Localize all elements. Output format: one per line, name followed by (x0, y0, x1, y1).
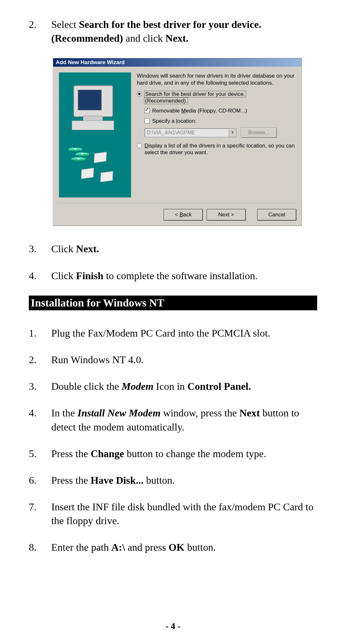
location-path-row: D:\VIA_4IN1\AGPME ▼ Browse... (144, 128, 296, 138)
wizard-dialog: Add New Hardware Wizard Windows will sea… (53, 58, 302, 226)
radio-display-list[interactable]: Display a list of all the drivers in a s… (137, 142, 296, 156)
checkbox-specify-location[interactable]: Specify a location: (144, 118, 296, 124)
radio-label-line1: Search for the best driver for your devi… (144, 91, 246, 97)
list-number: 2. (29, 18, 51, 45)
document-page: 2. Select Search for the best driver for… (0, 0, 346, 644)
radio-label: Display a list of all the drivers in a s… (144, 142, 296, 156)
computer-base-icon (72, 121, 114, 130)
list-text: Press the Have Disk... button. (51, 473, 317, 487)
list-text: Click Finish to complete the software in… (51, 269, 317, 283)
floppy-icon (100, 171, 113, 182)
list-text: Insert the INF file disk bundled with th… (51, 500, 317, 528)
radio-label: Search for the best driver for your devi… (144, 91, 246, 105)
monitor-base-icon (83, 116, 103, 121)
list-number: 2. (29, 353, 51, 367)
list-item: 4.In the Install New Modem window, press… (29, 406, 317, 434)
list-item: 5.Press the Change button to change the … (29, 447, 317, 461)
dialog-title-bar: Add New Hardware Wizard (53, 58, 301, 67)
radio-icon (137, 143, 142, 148)
list-number: 6. (29, 473, 51, 487)
floppy-icon (81, 168, 94, 179)
checkbox-removable-media[interactable]: Removable Media (Floppy, CD-ROM...) (144, 107, 296, 114)
list-item: 8.Enter the path A:\ and press OK button… (29, 540, 317, 554)
nt-steps-list: 1.Plug the Fax/Modem PC Card into the PC… (29, 326, 317, 555)
radio-label-line2: (Recommended). (144, 98, 188, 104)
list-number: 5. (29, 447, 51, 461)
wizard-illustration-panel (59, 72, 131, 197)
dialog-footer: < Back Next > Cancel (53, 204, 301, 226)
cd-icon (75, 153, 90, 156)
list-text: Press the Change button to change the mo… (51, 447, 317, 461)
section-heading: Installation for Windows NT (29, 296, 317, 310)
list-text: Enter the path A:\ and press OK button. (51, 540, 317, 554)
path-dropdown-button[interactable]: ▼ (229, 128, 236, 137)
next-button-label: Next > (218, 212, 234, 218)
browse-button-label: Browse... (248, 130, 270, 136)
browse-button[interactable]: Browse... (241, 128, 277, 138)
list-number: 8. (29, 540, 51, 554)
cd-icon (68, 148, 83, 151)
checkbox-icon (144, 118, 150, 123)
list-number: 4. (29, 269, 51, 283)
location-path-value: D:\VIA_4IN1\AGPME (147, 130, 195, 136)
floppy-icon (94, 152, 107, 163)
list-text: Plug the Fax/Modem PC Card into the PCMC… (51, 326, 317, 340)
list-text: Select Search for the best driver for yo… (51, 18, 317, 45)
dialog-content: Windows will search for new drivers in i… (131, 72, 296, 197)
checkbox-icon (144, 108, 150, 113)
cancel-button[interactable]: Cancel (257, 209, 296, 221)
back-button-label: < Back (175, 212, 192, 218)
cd-icon (71, 157, 86, 161)
checkbox-label: Removable Media (Floppy, CD-ROM...) (152, 107, 247, 114)
list-text: Click Next. (51, 242, 317, 256)
list-number: 3. (29, 242, 51, 256)
list-number: 7. (29, 500, 51, 528)
list-item: 4. Click Finish to complete the software… (29, 269, 317, 283)
back-button[interactable]: < Back (164, 209, 203, 221)
radio-icon (137, 91, 142, 96)
list-item: 2.Run Windows NT 4.0. (29, 353, 317, 367)
list-number: 3. (29, 380, 51, 393)
location-path-input[interactable]: D:\VIA_4IN1\AGPME (144, 128, 229, 137)
list-text: Run Windows NT 4.0. (51, 353, 317, 367)
list-item: 3. Click Next. (29, 242, 317, 256)
list-item: 1.Plug the Fax/Modem PC Card into the PC… (29, 326, 317, 340)
checkbox-label: Specify a location: (152, 118, 196, 124)
list-number: 4. (29, 406, 51, 434)
cancel-button-label: Cancel (268, 212, 285, 218)
list-number: 1. (29, 326, 51, 340)
list-item: 2. Select Search for the best driver for… (29, 18, 317, 45)
list-item: 7.Insert the INF file disk bundled with … (29, 500, 317, 528)
dialog-body: Windows will search for new drivers in i… (53, 67, 301, 203)
next-button[interactable]: Next > (207, 209, 246, 221)
radio-search-best-driver[interactable]: Search for the best driver for your devi… (137, 91, 296, 105)
list-item: 3.Double click the Modem Icon in Control… (29, 380, 317, 393)
computer-illustration (59, 72, 131, 197)
list-item: 6.Press the Have Disk... button. (29, 473, 317, 487)
list-text: Double click the Modem Icon in Control P… (51, 380, 317, 393)
page-number: - 4 - (0, 621, 346, 631)
list-text: In the Install New Modem window, press t… (51, 406, 317, 434)
chevron-down-icon: ▼ (231, 130, 235, 135)
monitor-icon (73, 85, 113, 117)
wizard-intro-text: Windows will search for new drivers in i… (137, 72, 296, 86)
